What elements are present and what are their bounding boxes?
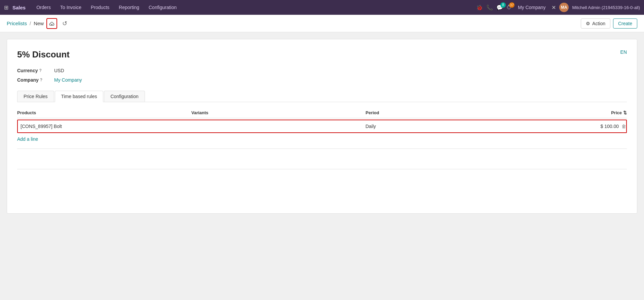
user-label[interactable]: Mitchell Admin (21945339-16-0-all) [572, 5, 640, 10]
row-price: $ 100.00 🗑 [539, 124, 626, 129]
app-grid-icon[interactable]: ⊞ [4, 4, 8, 11]
breadcrumb-separator: / [30, 20, 31, 26]
nav-reporting[interactable]: Reporting [115, 3, 143, 12]
avatar[interactable]: MA [559, 3, 569, 12]
table-container: Products Variants Period Price ⇅ [CONS_8… [17, 108, 627, 142]
language-badge[interactable]: EN [620, 49, 627, 55]
clock-icon[interactable]: ⏱ 37 [506, 4, 512, 10]
phone-icon[interactable]: 📞 [486, 4, 493, 11]
table-row[interactable]: [CONS_89957] Bolt Daily $ 100.00 🗑 [17, 120, 627, 133]
chat-badge: 8 [500, 2, 506, 8]
company-help-icon[interactable]: ? [40, 78, 42, 82]
nav-products[interactable]: Products [87, 3, 113, 12]
row-product: [CONS_89957] Bolt [18, 124, 192, 129]
chat-icon[interactable]: 💬 8 [496, 4, 503, 11]
divider-2 [17, 169, 627, 169]
top-navigation: ⊞ Sales Orders To Invoice Products Repor… [0, 0, 644, 15]
bug-icon[interactable]: 🐞 [476, 4, 483, 11]
divider-1 [17, 148, 627, 149]
breadcrumb-current: New [34, 20, 44, 26]
nav-configuration[interactable]: Configuration [145, 3, 181, 12]
wrench-icon[interactable]: ✕ [552, 4, 556, 11]
company-label: Company ? [17, 77, 54, 83]
tab-time-based-rules[interactable]: Time based rules [55, 91, 104, 102]
table-header: Products Variants Period Price ⇅ [17, 108, 627, 118]
col-header-period: Period [366, 110, 540, 115]
clock-badge: 37 [509, 2, 515, 8]
company-value[interactable]: My Company [54, 77, 82, 83]
form-title: 5% Discount [17, 49, 70, 60]
col-header-variants: Variants [191, 110, 366, 115]
action-label: Action [592, 21, 605, 26]
nav-orders[interactable]: Orders [32, 3, 55, 12]
nav-icons: 🐞 📞 💬 8 ⏱ 37 My Company ✕ MA Mitchell Ad… [476, 3, 640, 12]
col-header-price: Price ⇅ [540, 110, 627, 115]
app-name[interactable]: Sales [12, 5, 26, 10]
reset-button[interactable]: ↺ [60, 19, 69, 28]
delete-row-icon[interactable]: 🗑 [621, 124, 626, 129]
sort-icon[interactable]: ⇅ [623, 110, 627, 115]
currency-field-row: Currency ? USD [17, 68, 627, 73]
nav-to-invoice[interactable]: To Invoice [56, 3, 85, 12]
row-period: Daily [366, 124, 539, 129]
save-cloud-button[interactable] [46, 18, 57, 29]
tab-configuration[interactable]: Configuration [104, 91, 145, 102]
col-header-products: Products [17, 110, 191, 115]
create-button[interactable]: Create [613, 18, 637, 29]
main-content: 5% Discount EN Currency ? USD Company ? … [0, 32, 644, 220]
currency-help-icon[interactable]: ? [39, 68, 41, 73]
form-header: 5% Discount EN [17, 49, 627, 60]
action-button[interactable]: ⚙ Action [581, 18, 610, 29]
breadcrumb-actions: ⚙ Action Create [581, 18, 637, 29]
company-field-row: Company ? My Company [17, 77, 627, 83]
tabs: Price Rules Time based rules Configurati… [17, 91, 627, 102]
currency-label: Currency ? [17, 68, 54, 73]
breadcrumb-bar: Pricelists / New ↺ ⚙ Action Create [0, 15, 644, 32]
form-card: 5% Discount EN Currency ? USD Company ? … [7, 39, 637, 214]
breadcrumb-parent[interactable]: Pricelists [7, 20, 27, 26]
add-line-button[interactable]: Add a line [17, 136, 38, 142]
form-fields: Currency ? USD Company ? My Company [17, 68, 627, 83]
gear-icon: ⚙ [586, 21, 590, 26]
tab-price-rules[interactable]: Price Rules [17, 91, 54, 102]
currency-value: USD [54, 68, 64, 73]
company-name: My Company [518, 5, 545, 10]
